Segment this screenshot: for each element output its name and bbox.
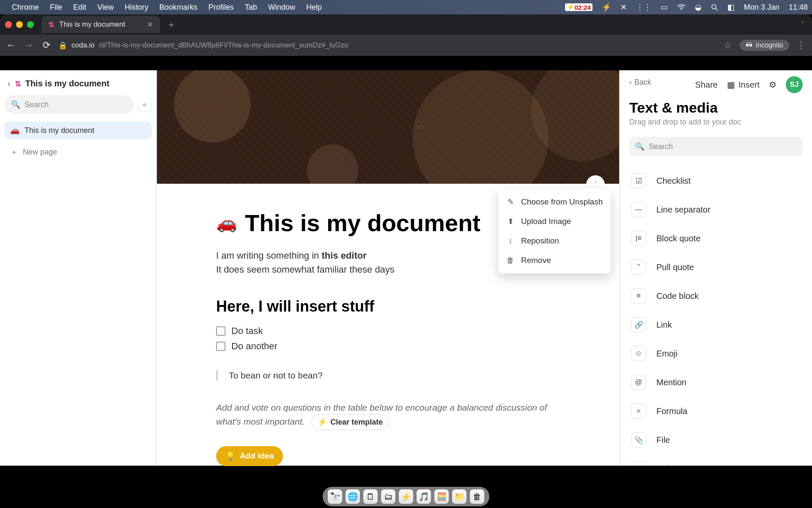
chrome-menu-button[interactable]: ⋮ xyxy=(795,40,807,51)
incognito-label: Incognito xyxy=(756,41,783,49)
status-time[interactable]: 11:48 xyxy=(789,3,808,12)
coda-app: ‹ ⇅ This is my document 🔍 Search « 🚗 Thi… xyxy=(0,70,812,466)
menu-item-label: Upload Image xyxy=(521,217,571,226)
menu-tab[interactable]: Tab xyxy=(245,3,257,12)
menu-file[interactable]: File xyxy=(50,3,62,12)
panel-search-input[interactable]: 🔍 Search xyxy=(629,137,803,156)
status-spotlight-icon[interactable] xyxy=(711,4,718,11)
menu-item-label: Choose from Unsplash xyxy=(521,197,603,207)
status-bolt-icon[interactable]: ⚡ xyxy=(602,3,611,12)
menu-edit[interactable]: Edit xyxy=(73,3,86,12)
dock-app-chrome[interactable]: 🌐 xyxy=(346,489,360,504)
dock-app-music[interactable]: 🎵 xyxy=(417,489,431,504)
user-avatar[interactable]: SJ xyxy=(786,76,803,93)
mac-dock: 🔭 🌐 🗒 🗂 ⚡ 🎵 🧮 📁 🗑 xyxy=(323,487,489,506)
panel-search-placeholder: Search xyxy=(649,142,673,151)
panel-item-subpage[interactable]: ▣Subpage xyxy=(629,454,803,466)
menu-item-label: Remove xyxy=(521,256,551,265)
cover-image[interactable]: ↖ ⋮ xyxy=(157,70,619,184)
sidebar-back-button[interactable]: ‹ xyxy=(8,79,11,88)
panel-item-mention[interactable]: @Mention xyxy=(629,368,803,397)
battery-time: 02:24 xyxy=(575,4,591,11)
para-text: It does seem somewhat familiar these day… xyxy=(216,264,395,275)
status-dots-icon[interactable]: ⋮⋮ xyxy=(636,3,651,12)
settings-button[interactable]: ⚙ xyxy=(769,80,776,90)
sidebar-doc-title[interactable]: This is my document xyxy=(25,79,110,88)
nav-back-button[interactable]: ← xyxy=(5,40,17,51)
panel-item-link[interactable]: 🔗Link xyxy=(629,310,803,339)
status-control-center-icon[interactable]: ◒ xyxy=(695,3,702,12)
sidebar-collapse-button[interactable]: « xyxy=(137,97,152,112)
dock-app-folder[interactable]: 📁 xyxy=(452,489,466,504)
sidebar-new-page-button[interactable]: ＋ New page xyxy=(4,142,152,162)
menu-view[interactable]: View xyxy=(97,3,114,12)
dock-app-files[interactable]: 🗂 xyxy=(381,489,395,504)
checklist: Do task Do another xyxy=(216,326,560,352)
nav-reload-button[interactable]: ⟳ xyxy=(41,40,52,51)
omnibox[interactable]: 🔒 coda.io/d/This-is-my-document_dBhAUW8p… xyxy=(58,41,716,50)
panel-item-formula[interactable]: =Formula xyxy=(629,397,803,425)
status-wifi-icon[interactable] xyxy=(677,4,686,10)
menu-help[interactable]: Help xyxy=(306,3,322,12)
mac-menu-bar: Chrome File Edit View History Bookmarks … xyxy=(0,0,812,14)
minimize-window-button[interactable] xyxy=(16,21,23,28)
panel-item-label: Link xyxy=(656,320,672,330)
status-date[interactable]: Mon 3 Jan xyxy=(744,3,779,12)
panel-item-line-separator[interactable]: —Line separator xyxy=(629,195,803,224)
menu-profiles[interactable]: Profiles xyxy=(208,3,234,12)
block-quote[interactable]: To bean or not to bean? xyxy=(216,370,560,381)
insert-button[interactable]: ▦ Insert xyxy=(727,80,760,90)
dock-app-trash[interactable]: 🗑 xyxy=(470,489,484,504)
bolt-icon: ⚡ xyxy=(567,3,575,11)
nav-forward-button[interactable]: → xyxy=(23,40,35,51)
heading-2[interactable]: Here, I will insert stuff xyxy=(216,298,560,315)
panel-item-checklist[interactable]: ☑Checklist xyxy=(629,166,803,195)
dock-app-finder[interactable]: 🔭 xyxy=(328,489,342,504)
new-tab-button[interactable]: ＋ xyxy=(160,18,183,31)
status-battery[interactable]: ⚡02:24 xyxy=(565,3,593,11)
cover-menu-item-reposition[interactable]: ↕ Reposition xyxy=(498,231,611,251)
dock-app-terminal[interactable]: ⚡ xyxy=(399,489,413,504)
checklist-item[interactable]: Do task xyxy=(216,326,560,337)
status-tool-icon[interactable]: ✕ xyxy=(620,3,627,12)
panel-item-label: Checklist xyxy=(656,176,691,186)
checkbox[interactable] xyxy=(216,342,225,351)
incognito-indicator[interactable]: 🕶 Incognito xyxy=(740,40,789,51)
menu-bookmarks[interactable]: Bookmarks xyxy=(159,3,198,12)
grid-icon: ▦ xyxy=(727,80,735,90)
tab-close-button[interactable]: ✕ xyxy=(147,20,153,29)
panel-item-pull-quote[interactable]: ”Pull quote xyxy=(629,253,803,282)
sidebar-page-item[interactable]: 🚗 This is my document xyxy=(4,121,152,139)
panel-item-block-quote[interactable]: |≡Block quote xyxy=(629,224,803,253)
panel-item-code-block[interactable]: ≡Code block xyxy=(629,282,803,310)
checklist-item[interactable]: Do another xyxy=(216,341,560,352)
panel-item-emoji[interactable]: ☺Emoji xyxy=(629,339,803,368)
panel-subtitle: Drag and drop to add to your doc xyxy=(629,118,803,127)
cover-options-button[interactable]: ⋮ xyxy=(586,175,605,184)
doc-emoji-icon[interactable]: 🚗 xyxy=(216,213,237,233)
dock-app-notes[interactable]: 🗒 xyxy=(363,489,378,504)
cover-menu-item-unsplash[interactable]: ✎ Choose from Unsplash xyxy=(498,192,611,212)
dock-app-calc[interactable]: 🧮 xyxy=(434,489,449,504)
menu-history[interactable]: History xyxy=(125,3,148,12)
cover-menu-item-upload[interactable]: ⬆ Upload Image xyxy=(498,212,611,231)
sidebar-search-input[interactable]: 🔍 Search xyxy=(4,95,134,114)
status-siri-icon[interactable]: ◧ xyxy=(727,3,735,12)
status-battery-icon[interactable]: ▭ xyxy=(661,3,668,12)
left-sidebar: ‹ ⇅ This is my document 🔍 Search « 🚗 Thi… xyxy=(0,70,156,466)
maximize-window-button[interactable] xyxy=(27,21,34,28)
clear-template-button[interactable]: ⚡ Clear template xyxy=(311,414,389,430)
cover-menu-item-remove[interactable]: 🗑 Remove xyxy=(498,251,611,270)
share-button[interactable]: Share xyxy=(695,80,718,90)
checkbox[interactable] xyxy=(216,326,225,336)
doc-title[interactable]: This is my document xyxy=(245,209,480,237)
tab-list-chevron-icon[interactable]: ˅ xyxy=(801,21,812,29)
browser-tab[interactable]: ⇅ This is my document ✕ xyxy=(41,16,160,33)
menu-app-name[interactable]: Chrome xyxy=(12,3,39,12)
menu-window[interactable]: Window xyxy=(268,3,295,12)
line-icon: — xyxy=(631,202,646,217)
bookmark-star-button[interactable]: ☆ xyxy=(722,40,734,51)
panel-item-file[interactable]: 📎File xyxy=(629,425,803,454)
close-window-button[interactable] xyxy=(5,21,12,28)
add-idea-button[interactable]: 💡 Add idea xyxy=(216,446,283,466)
